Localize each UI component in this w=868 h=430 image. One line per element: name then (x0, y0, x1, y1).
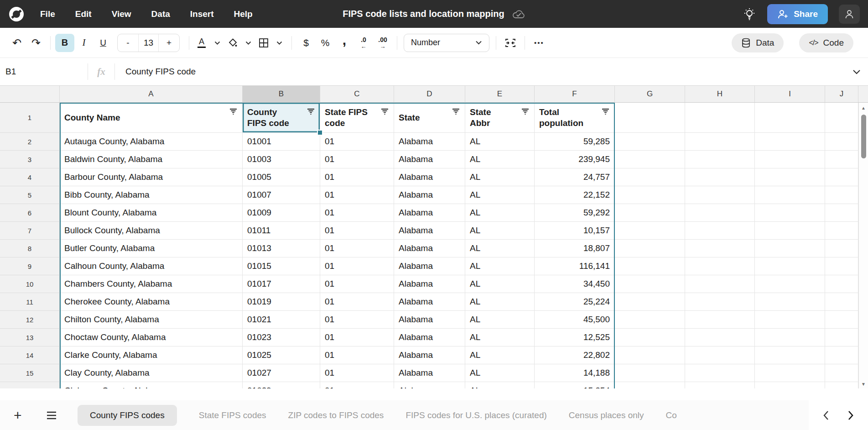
cell-D14[interactable]: Alabama (394, 346, 465, 364)
text-color-chevron-icon[interactable] (209, 34, 225, 52)
cell-A14[interactable]: Clarke County, Alabama (60, 346, 243, 364)
empty-cell[interactable] (755, 222, 825, 240)
empty-cell[interactable] (685, 329, 755, 346)
cell-C8[interactable]: 01 (320, 240, 394, 257)
empty-cell[interactable] (615, 275, 685, 293)
empty-cell[interactable] (615, 186, 685, 204)
cell-E15[interactable]: AL (465, 364, 535, 382)
cell-C13[interactable]: 01 (320, 329, 394, 346)
cell-C11[interactable]: 01 (320, 293, 394, 311)
cell-B6[interactable]: 01009 (243, 204, 320, 222)
empty-cell[interactable] (825, 151, 858, 168)
fill-color-chevron-icon[interactable] (240, 34, 256, 52)
empty-cell[interactable] (615, 151, 685, 168)
cell-D5[interactable]: Alabama (394, 186, 465, 204)
cell-C4[interactable]: 01 (320, 168, 394, 186)
empty-cell[interactable] (615, 329, 685, 346)
vertical-scrollbar-thumb[interactable] (861, 115, 866, 158)
cell-D12[interactable]: Alabama (394, 311, 465, 329)
app-logo-icon[interactable] (8, 6, 25, 22)
empty-cell[interactable] (685, 293, 755, 311)
cell-D6[interactable]: Alabama (394, 204, 465, 222)
cell-D8[interactable]: Alabama (394, 240, 465, 257)
cell-F15[interactable]: 14,188 (535, 364, 615, 382)
cell-D10[interactable]: Alabama (394, 275, 465, 293)
cell-D9[interactable]: Alabama (394, 257, 465, 275)
empty-cell[interactable] (755, 346, 825, 364)
empty-cell[interactable] (615, 222, 685, 240)
menu-data[interactable]: Data (151, 9, 170, 19)
cell-C7[interactable]: 01 (320, 222, 394, 240)
row-number-5[interactable]: 5 (0, 186, 60, 204)
empty-cell[interactable] (685, 186, 755, 204)
cell-B9[interactable]: 01015 (243, 257, 320, 275)
redo-button[interactable]: ↷ (26, 34, 46, 52)
row-number-16[interactable]: 16 (0, 382, 60, 388)
empty-cell[interactable] (825, 275, 858, 293)
cell-D3[interactable]: Alabama (394, 151, 465, 168)
menu-view[interactable]: View (112, 9, 131, 19)
cell-F10[interactable]: 34,450 (535, 275, 615, 293)
cell-A7[interactable]: Bullock County, Alabama (60, 222, 243, 240)
cell-B5[interactable]: 01007 (243, 186, 320, 204)
cell-B11[interactable]: 01019 (243, 293, 320, 311)
empty-cell[interactable] (755, 293, 825, 311)
increase-decimal-button[interactable]: .00→ (373, 34, 392, 52)
formula-bar-expand-chevron-icon[interactable] (852, 69, 868, 74)
cell-C3[interactable]: 01 (320, 151, 394, 168)
cell-E16[interactable]: AL (465, 382, 535, 388)
cell-E2[interactable]: AL (465, 133, 535, 151)
empty-cell[interactable] (755, 133, 825, 151)
column-header-A[interactable]: A (60, 86, 243, 103)
row-number-8[interactable]: 8 (0, 240, 60, 257)
empty-cell[interactable] (685, 151, 755, 168)
empty-cell[interactable] (685, 257, 755, 275)
row-number-4[interactable]: 4 (0, 168, 60, 186)
empty-cell[interactable] (825, 293, 858, 311)
cell-F6[interactable]: 59,292 (535, 204, 615, 222)
empty-cell[interactable] (615, 364, 685, 382)
empty-cell[interactable] (755, 240, 825, 257)
cell-F2[interactable]: 59,285 (535, 133, 615, 151)
empty-cell[interactable] (755, 364, 825, 382)
empty-cell[interactable] (685, 103, 755, 133)
vertical-scrollbar[interactable]: ▲ ▼ (858, 103, 868, 388)
empty-cell[interactable] (615, 204, 685, 222)
cell-F5[interactable]: 22,152 (535, 186, 615, 204)
cell-F12[interactable]: 45,500 (535, 311, 615, 329)
cell-reference-box[interactable]: B1 (0, 67, 88, 77)
empty-cell[interactable] (755, 382, 825, 388)
empty-cell[interactable] (685, 346, 755, 364)
row-number-3[interactable]: 3 (0, 151, 60, 168)
cell-A13[interactable]: Choctaw County, Alabama (60, 329, 243, 346)
empty-cell[interactable] (825, 186, 858, 204)
cell-C15[interactable]: 01 (320, 364, 394, 382)
row-number-7[interactable]: 7 (0, 222, 60, 240)
cell-B10[interactable]: 01017 (243, 275, 320, 293)
column-header-G[interactable]: G (615, 86, 685, 103)
header-cell-F1[interactable]: Total population (535, 103, 615, 133)
cell-D15[interactable]: Alabama (394, 364, 465, 382)
filter-icon[interactable] (521, 107, 529, 117)
cell-D13[interactable]: Alabama (394, 329, 465, 346)
share-button[interactable]: Share (767, 4, 828, 24)
cell-B12[interactable]: 01021 (243, 311, 320, 329)
cell-A15[interactable]: Clay County, Alabama (60, 364, 243, 382)
empty-cell[interactable] (685, 311, 755, 329)
more-options-button[interactable]: ••• (530, 34, 549, 52)
empty-cell[interactable] (615, 311, 685, 329)
cell-C5[interactable]: 01 (320, 186, 394, 204)
row-number-2[interactable]: 2 (0, 133, 60, 151)
cell-F3[interactable]: 239,945 (535, 151, 615, 168)
column-header-J[interactable]: J (825, 86, 858, 103)
tab-county-fips-codes[interactable]: County FIPS codes (78, 405, 177, 426)
decrease-decimal-button[interactable]: .0← (354, 34, 373, 52)
filter-icon[interactable] (381, 107, 389, 117)
menu-file[interactable]: File (40, 9, 55, 19)
empty-cell[interactable] (825, 311, 858, 329)
cell-F16[interactable]: 15,254 (535, 382, 615, 388)
tab-fips-codes-for-u-s-places-curated[interactable]: FIPS codes for U.S. places (curated) (405, 410, 546, 420)
tab-zip-codes-to-fips-codes[interactable]: ZIP codes to FIPS codes (288, 410, 384, 420)
tips-lightbulb-icon[interactable] (743, 7, 756, 21)
sheet-list-menu-icon[interactable] (47, 411, 57, 420)
